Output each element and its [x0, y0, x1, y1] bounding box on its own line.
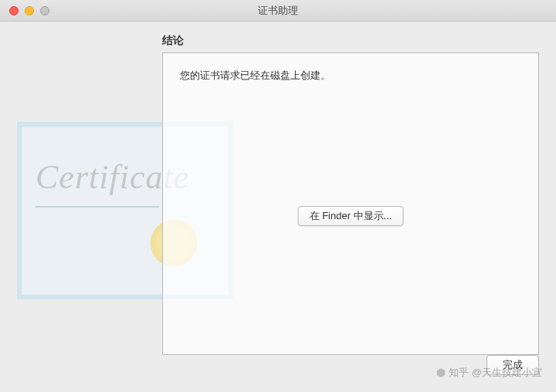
window-title: 证书助理	[0, 4, 556, 18]
conclusion-panel: 您的证书请求已经在磁盘上创建。 在 Finder 中显示...	[162, 52, 539, 355]
watermark-brand: 知乎	[449, 366, 469, 380]
zhihu-logo-icon: 知乎	[436, 366, 469, 380]
titlebar: 证书助理	[0, 0, 556, 22]
certificate-line	[36, 203, 159, 208]
close-icon[interactable]	[9, 6, 19, 15]
show-in-finder-button[interactable]: 在 Finder 中显示...	[298, 206, 404, 226]
panel-message: 您的证书请求已经在磁盘上创建。	[180, 69, 521, 83]
done-button[interactable]: 完成	[486, 355, 539, 375]
panel-heading: 结论	[162, 34, 184, 48]
minimize-icon[interactable]	[25, 6, 34, 15]
traffic-lights	[0, 6, 49, 15]
content-area: Certificate 结论 您的证书请求已经在磁盘上创建。 在 Finder …	[0, 22, 556, 392]
maximize-icon	[40, 6, 49, 15]
